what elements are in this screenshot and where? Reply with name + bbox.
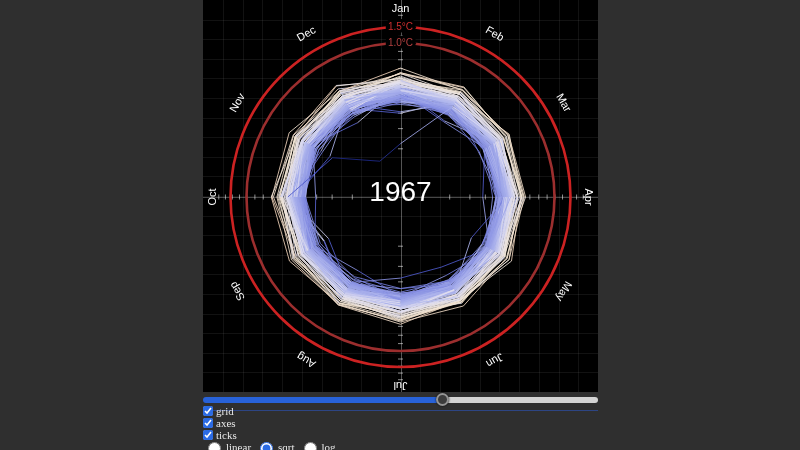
log-radio-label: log: [322, 441, 336, 450]
climate-spiral-canvas: [203, 0, 598, 392]
axes-toggle-row[interactable]: axes: [203, 417, 598, 429]
sqrt-radio[interactable]: [260, 442, 273, 450]
axes-checkbox[interactable]: [203, 418, 213, 428]
linear-radio-label: linear: [226, 441, 251, 450]
spiral-plot-panel: [203, 0, 598, 392]
linear-radio[interactable]: [208, 442, 221, 450]
controls-panel: grid axes ticks linear sqrt log: [203, 405, 598, 450]
scale-sqrt-option[interactable]: sqrt: [255, 439, 295, 450]
scale-linear-option[interactable]: linear: [203, 439, 251, 450]
sqrt-radio-label: sqrt: [278, 441, 295, 450]
grid-checkbox[interactable]: [203, 406, 213, 416]
app-background: { "page": { "background": "#2f2f2f", "pa…: [0, 0, 800, 450]
grid-toggle-row[interactable]: grid: [203, 405, 598, 417]
scale-log-option[interactable]: log: [299, 439, 336, 450]
grid-checkbox-label: grid: [216, 405, 234, 417]
scale-radio-row: linear sqrt log: [203, 441, 598, 450]
log-radio[interactable]: [304, 442, 317, 450]
axes-checkbox-label: axes: [216, 417, 236, 429]
